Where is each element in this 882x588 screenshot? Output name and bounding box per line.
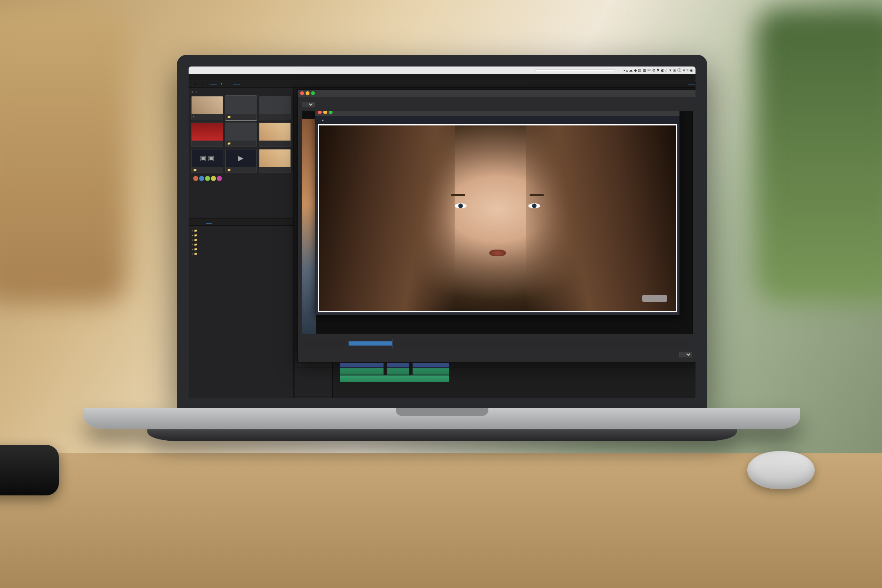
tab-markers[interactable]: [212, 221, 218, 223]
bin-item[interactable]: ▶📁: [225, 149, 257, 173]
bin-item[interactable]: ▸: [191, 96, 223, 120]
screen: ▪ ▴ ☁ ◆ ▤ ▦ ✉ ⚙ ⚑ ◐ ⌂ ☀ ⊞ ⓘ ⚲ ≡ ◉: [189, 67, 695, 398]
close-icon[interactable]: [318, 111, 322, 114]
panel-tabs-row: ●: [189, 80, 695, 88]
track-label[interactable]: [295, 389, 332, 396]
video-frame: [319, 125, 676, 311]
track-label[interactable]: [295, 368, 332, 375]
bin-item[interactable]: 📁: [225, 96, 257, 120]
export-preview[interactable]: ▸: [302, 111, 693, 334]
tab-effectcontrols[interactable]: [233, 82, 240, 85]
laptop: ▪ ▴ ☁ ◆ ▤ ▦ ✉ ⚙ ⚑ ◐ ⌂ ☀ ⊞ ⓘ ⚲ ≡ ◉: [84, 55, 800, 518]
tab-frameio[interactable]: [210, 82, 217, 85]
bin-item[interactable]: [259, 96, 291, 120]
tab-info[interactable]: [200, 221, 206, 223]
tab-mediabrowser[interactable]: [189, 221, 195, 223]
effects-folder[interactable]: [192, 228, 290, 233]
effects-folder[interactable]: [192, 247, 290, 251]
spacebar-overlay: [642, 295, 667, 302]
laptop-base: [84, 408, 800, 429]
workspace-bar: [189, 74, 695, 80]
bin-item[interactable]: [259, 122, 291, 147]
tab-source[interactable]: [226, 82, 233, 85]
minimize-icon[interactable]: [323, 111, 327, 114]
effects-folder[interactable]: [192, 233, 290, 237]
project-panel: ◂⌂ ▸ 📁 📁 ▣ ▣📁 ▶📁: [189, 88, 293, 218]
collaborator-avatars[interactable]: [191, 173, 291, 184]
bin-item[interactable]: 📁: [225, 122, 257, 147]
frameio-player-window: ▸: [315, 111, 680, 315]
effects-folder[interactable]: [192, 237, 290, 242]
tab-resolume[interactable]: [203, 82, 210, 85]
breadcrumb-icon: ◂: [191, 90, 193, 93]
frameio-user[interactable]: ●: [217, 81, 226, 86]
minimize-icon[interactable]: [306, 91, 309, 95]
export-preview-pane: ▸: [298, 97, 695, 362]
effects-folder[interactable]: [192, 251, 290, 256]
playhead-icon[interactable]: [392, 339, 392, 348]
effects-folder[interactable]: [192, 242, 290, 247]
export-titlebar[interactable]: [298, 90, 695, 97]
desktop-wallpaper-icon: [302, 119, 316, 334]
zoom-icon[interactable]: [311, 91, 315, 95]
project-filter[interactable]: ⌂: [195, 90, 197, 93]
source-range-select[interactable]: [679, 352, 692, 357]
effects-tree[interactable]: [189, 226, 293, 398]
tab-audiomixer[interactable]: [196, 82, 203, 85]
close-icon[interactable]: [300, 91, 304, 95]
tab-project[interactable]: [189, 82, 196, 85]
track-label[interactable]: [295, 375, 332, 382]
export-scrubber[interactable]: [302, 340, 693, 347]
lower-panel-tabs: [189, 218, 293, 226]
video-player[interactable]: [318, 124, 677, 312]
tab-effects[interactable]: [206, 221, 212, 223]
tab-history[interactable]: [218, 221, 224, 223]
scaling-select[interactable]: [302, 102, 314, 107]
macos-menubar: ▪ ▴ ☁ ◆ ▤ ▦ ✉ ⚙ ⚑ ◐ ⌂ ☀ ⊞ ⓘ ⚲ ≡ ◉: [189, 67, 695, 74]
export-settings-dialog: ▸: [297, 89, 695, 363]
menubar-tray[interactable]: ▪ ▴ ☁ ◆ ▤ ▦ ✉ ⚙ ⚑ ◐ ⌂ ☀ ⊞ ⓘ ⚲ ≡ ◉: [624, 68, 693, 73]
bin-item[interactable]: ▣ ▣📁: [191, 149, 223, 173]
tab-libraries[interactable]: [195, 221, 200, 223]
tab-program[interactable]: [688, 82, 695, 85]
bin-item[interactable]: [191, 122, 223, 147]
zoom-icon[interactable]: [329, 111, 333, 114]
track-label[interactable]: [295, 382, 332, 389]
spotlight-search[interactable]: [535, 69, 615, 71]
center-area: (no clip selected) 🔒: [294, 88, 695, 398]
phone-prop: [0, 445, 59, 495]
premiere-window: ● ◂⌂ ▸ 📁: [189, 74, 695, 398]
bin-item[interactable]: [259, 149, 291, 173]
left-column: ◂⌂ ▸ 📁 📁 ▣ ▣📁 ▶📁: [189, 88, 294, 398]
